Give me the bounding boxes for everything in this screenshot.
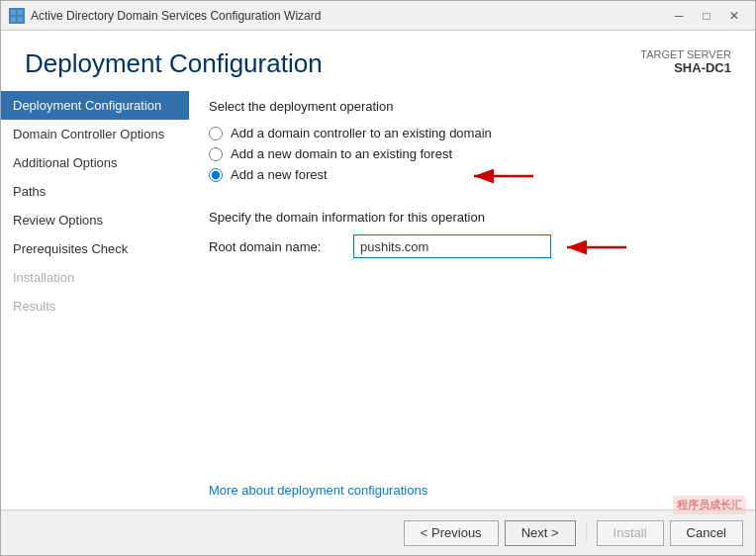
right-panel: Select the deployment operation Add a do… [189,87,755,510]
sidebar-item-domain-controller-options[interactable]: Domain Controller Options [1,120,189,148]
bottom-bar: < Previous Next > Install Cancel [1,510,755,555]
target-server-label: TARGET SERVER [640,48,731,60]
next-button[interactable]: Next > [505,520,576,546]
radio-existing-forest-label: Add a new domain to an existing forest [231,146,452,161]
radio-existing-forest[interactable] [209,147,223,161]
target-server-info: TARGET SERVER SHA-DC1 [640,48,731,75]
svg-rect-1 [18,10,23,15]
top-section: Deployment Configuration TARGET SERVER S… [1,31,755,87]
radio-new-forest[interactable] [209,168,223,182]
page-title: Deployment Configuration [25,48,323,79]
sidebar-item-prerequisites-check[interactable]: Prerequisites Check [1,234,189,263]
domain-info-label: Specify the domain information for this … [209,210,727,225]
radio-existing-domain[interactable] [209,127,223,140]
help-link[interactable]: More about deployment configurations [209,483,427,498]
previous-button[interactable]: < Previous [404,520,499,546]
radio-existing-domain-label: Add a domain controller to an existing d… [231,126,492,140]
sidebar-item-paths[interactable]: Paths [1,177,189,206]
deployment-radio-group: Add a domain controller to an existing d… [209,126,727,182]
window-controls: ─ □ ✕ [666,6,747,26]
link-area: More about deployment configurations [209,463,727,498]
radio-row-existing-forest[interactable]: Add a new domain to an existing forest [209,146,727,161]
target-server-name: SHA-DC1 [640,60,731,75]
app-icon [9,8,25,24]
close-button[interactable]: ✕ [721,6,747,26]
button-divider [586,523,587,543]
sidebar-item-deployment-configuration[interactable]: Deployment Configuration [1,91,189,120]
sidebar-item-review-options[interactable]: Review Options [1,206,189,234]
titlebar: Active Directory Domain Services Configu… [1,1,755,31]
domain-section: Specify the domain information for this … [209,210,727,266]
radio-row-new-forest[interactable]: Add a new forest [209,167,328,182]
sidebar: Deployment Configuration Domain Controll… [1,87,189,510]
radio-new-forest-label: Add a new forest [231,167,328,182]
radio-row-existing-domain[interactable]: Add a domain controller to an existing d… [209,126,727,140]
svg-rect-3 [18,17,23,22]
install-button: Install [597,520,664,546]
sidebar-item-additional-options[interactable]: Additional Options [1,148,189,177]
root-domain-row: Root domain name: [209,234,727,258]
sidebar-item-results: Results [1,292,189,321]
maximize-button[interactable]: □ [694,6,719,26]
deployment-section-label: Select the deployment operation [209,99,727,114]
root-domain-input[interactable] [353,234,551,258]
svg-rect-0 [11,10,16,15]
sidebar-item-installation: Installation [1,263,189,292]
minimize-button[interactable]: ─ [666,6,692,26]
window-title: Active Directory Domain Services Configu… [31,9,321,23]
root-domain-label: Root domain name: [209,239,337,254]
cancel-button[interactable]: Cancel [670,520,743,546]
svg-rect-2 [11,17,16,22]
main-body: Deployment Configuration Domain Controll… [1,87,755,510]
